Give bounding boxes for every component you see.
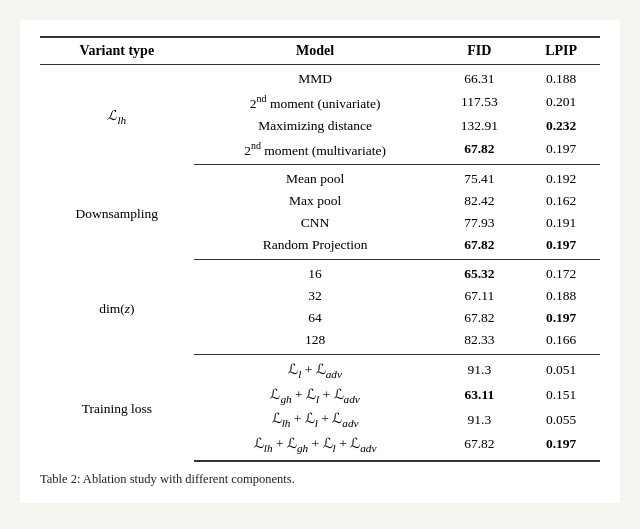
- lpip-cell: 0.162: [522, 190, 600, 212]
- model-cell: ℒlh + ℒl + ℒadv: [194, 407, 437, 432]
- col-header-variant: Variant type: [40, 37, 194, 65]
- fid-cell: 67.11: [437, 285, 523, 307]
- fid-cell: 67.82: [437, 432, 523, 461]
- lpip-cell: 0.197: [522, 307, 600, 329]
- model-cell: Mean pool: [194, 165, 437, 191]
- results-table: Variant type Model FID LPIP ℒlhMMD66.310…: [40, 36, 600, 462]
- model-cell: ℒlh + ℒgh + ℒl + ℒadv: [194, 432, 437, 461]
- lpip-cell: 0.055: [522, 407, 600, 432]
- fid-cell: 67.82: [437, 307, 523, 329]
- fid-cell: 77.93: [437, 212, 523, 234]
- fid-cell: 91.3: [437, 407, 523, 432]
- fid-cell: 91.3: [437, 355, 523, 383]
- lpip-cell: 0.232: [522, 115, 600, 137]
- fid-cell: 63.11: [437, 383, 523, 408]
- fid-cell: 117.53: [437, 90, 523, 115]
- model-cell: 64: [194, 307, 437, 329]
- col-header-model: Model: [194, 37, 437, 65]
- fid-cell: 82.42: [437, 190, 523, 212]
- model-cell: 2nd moment (univariate): [194, 90, 437, 115]
- lpip-cell: 0.197: [522, 432, 600, 461]
- model-cell: MMD: [194, 65, 437, 91]
- model-cell: Max pool: [194, 190, 437, 212]
- lpip-cell: 0.051: [522, 355, 600, 383]
- fid-cell: 67.82: [437, 137, 523, 165]
- lpip-cell: 0.172: [522, 260, 600, 286]
- lpip-cell: 0.191: [522, 212, 600, 234]
- fid-cell: 65.32: [437, 260, 523, 286]
- fid-cell: 132.91: [437, 115, 523, 137]
- col-header-lpip: LPIP: [522, 37, 600, 65]
- table-caption: Table 2: Ablation study with different c…: [40, 472, 600, 487]
- variant-cell-0: ℒlh: [40, 65, 194, 165]
- lpip-cell: 0.166: [522, 329, 600, 355]
- model-cell: CNN: [194, 212, 437, 234]
- fid-cell: 67.82: [437, 234, 523, 260]
- lpip-cell: 0.201: [522, 90, 600, 115]
- model-cell: ℒgh + ℒl + ℒadv: [194, 383, 437, 408]
- lpip-cell: 0.197: [522, 234, 600, 260]
- model-cell: ℒl + ℒadv: [194, 355, 437, 383]
- model-cell: Random Projection: [194, 234, 437, 260]
- col-header-fid: FID: [437, 37, 523, 65]
- model-cell: 128: [194, 329, 437, 355]
- variant-cell-3: Training loss: [40, 355, 194, 461]
- lpip-cell: 0.188: [522, 65, 600, 91]
- fid-cell: 82.33: [437, 329, 523, 355]
- variant-cell-1: Downsampling: [40, 165, 194, 260]
- fid-cell: 66.31: [437, 65, 523, 91]
- variant-cell-2: dim(z): [40, 260, 194, 355]
- model-cell: 16: [194, 260, 437, 286]
- table-container: Variant type Model FID LPIP ℒlhMMD66.310…: [20, 20, 620, 503]
- lpip-cell: 0.197: [522, 137, 600, 165]
- model-cell: 2nd moment (multivariate): [194, 137, 437, 165]
- lpip-cell: 0.151: [522, 383, 600, 408]
- model-cell: Maximizing distance: [194, 115, 437, 137]
- lpip-cell: 0.192: [522, 165, 600, 191]
- lpip-cell: 0.188: [522, 285, 600, 307]
- fid-cell: 75.41: [437, 165, 523, 191]
- model-cell: 32: [194, 285, 437, 307]
